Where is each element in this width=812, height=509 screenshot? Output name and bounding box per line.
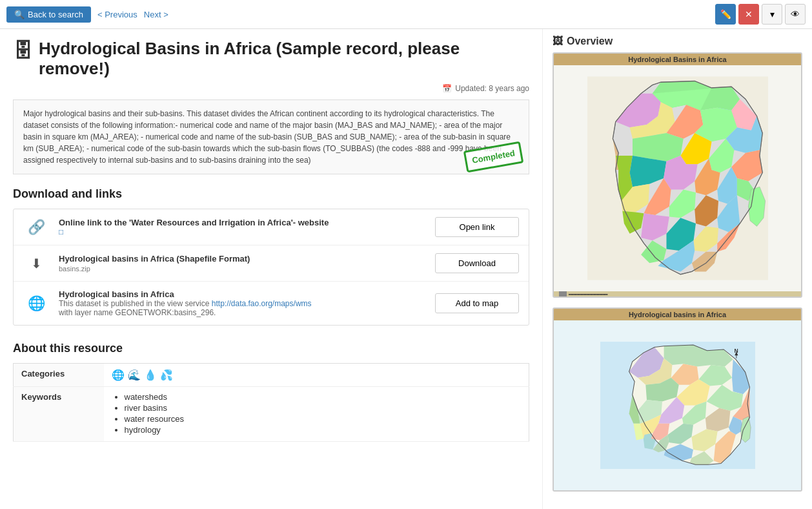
shapefile-title: Hydrological basins in Africa (Shapefile…: [59, 254, 425, 264]
wms-title: Hydrological basins in Africa: [59, 289, 425, 299]
categories-icons-cell: 🌐 🌊 💧 💦: [104, 364, 529, 387]
category-icon-1: 🌐: [112, 369, 125, 381]
map-thumbnail-2: Hydrological basins in Africa: [553, 307, 802, 492]
category-icons: 🌐 🌊 💧 💦: [112, 369, 522, 381]
link-title: Online link to the 'Water Resources and …: [59, 218, 425, 227]
updated-text: Updated: 8 years ago: [455, 84, 529, 93]
categories-row: Categories 🌐 🌊 💧 💦: [14, 364, 529, 387]
open-link-button[interactable]: Open link: [435, 217, 519, 237]
record-title: Hydrological Basins in Africa (Sample re…: [39, 39, 529, 79]
link-info: Online link to the 'Water Resources and …: [59, 218, 425, 236]
overview-label: Overview: [567, 36, 613, 47]
wms-link[interactable]: http://data.fao.org/maps/wms: [212, 299, 312, 308]
open-link-action: Open link: [435, 217, 519, 237]
right-panel: 🖼 Overview Hydrological Basins in Africa: [542, 29, 812, 509]
page-title: 🗄 Hydrological Basins in Africa (Sample …: [13, 39, 529, 79]
back-to-search-button[interactable]: 🔍 Back to search: [6, 6, 91, 23]
globe-icon: 🌐: [23, 295, 49, 312]
view-button[interactable]: 👁: [785, 4, 806, 25]
next-link[interactable]: Next >: [144, 10, 168, 19]
download-row-link: 🔗 Online link to the 'Water Resources an…: [14, 209, 529, 245]
keyword-3: water resources: [125, 414, 522, 424]
database-icon: 🗄: [13, 40, 32, 62]
delete-button[interactable]: ✕: [738, 4, 759, 25]
topbar-actions: ✏️ ✕ ▾ 👁: [715, 4, 806, 25]
keyword-2: river basins: [125, 403, 522, 413]
download-icon: ⬇: [23, 256, 49, 271]
back-label: Back to search: [28, 10, 83, 19]
main-layout: 🗄 Hydrological Basins in Africa (Sample …: [0, 29, 812, 509]
download-table: 🔗 Online link to the 'Water Resources an…: [13, 209, 529, 326]
add-to-map-action: Add to map: [435, 293, 519, 313]
wms-layer-text: with layer name GEONETWORK:basins_296.: [59, 308, 216, 317]
description-box: Major hydrological basins and their sub-…: [13, 99, 529, 174]
keyword-1: watersheds: [125, 392, 522, 402]
updated-line: 📅 Updated: 8 years ago: [13, 84, 529, 93]
map2-title-bar: Hydrological basins in Africa: [554, 309, 801, 320]
add-to-map-button[interactable]: Add to map: [435, 293, 519, 313]
shapefile-info: Hydrological basins in Africa (Shapefile…: [59, 254, 425, 273]
description-text: Major hydrological basins and their sub-…: [23, 109, 511, 165]
download-button[interactable]: Download: [435, 253, 519, 273]
keyword-4: hydrology: [125, 425, 522, 435]
download-section-title: Download and links: [13, 187, 529, 201]
left-panel: 🗄 Hydrological Basins in Africa (Sample …: [0, 29, 542, 509]
keywords-cell: watersheds river basins water resources …: [104, 387, 529, 442]
topbar: 🔍 Back to search < Previous Next > ✏️ ✕ …: [0, 0, 812, 29]
edit-button[interactable]: ✏️: [715, 4, 736, 25]
categories-label: Categories: [14, 364, 104, 387]
keywords-label: Keywords: [14, 387, 104, 442]
about-table: Categories 🌐 🌊 💧 💦 Keywords watersheds r…: [13, 363, 529, 442]
previous-link[interactable]: < Previous: [97, 10, 137, 19]
africa-basins-map-2: N: [600, 336, 755, 475]
keywords-row: Keywords watersheds river basins water r…: [14, 387, 529, 442]
map-thumbnail-1: Hydrological Basins in Africa: [553, 52, 802, 298]
image-icon: 🖼: [553, 36, 563, 47]
shapefile-sub: basins.zip: [59, 265, 425, 273]
category-icon-2: 🌊: [128, 369, 141, 381]
dropdown-button[interactable]: ▾: [762, 4, 782, 25]
search-icon: 🔍: [14, 10, 25, 19]
keywords-list: watersheds river basins water resources …: [112, 392, 522, 435]
download-row-shapefile: ⬇ Hydrological basins in Africa (Shapefi…: [14, 245, 529, 282]
link-indicator: □: [59, 227, 425, 236]
category-icon-4: 💦: [160, 369, 173, 381]
wms-description: This dataset is published in the view se…: [59, 299, 209, 308]
overview-title: 🖼 Overview: [553, 36, 802, 47]
wms-text: This dataset is published in the view se…: [59, 299, 425, 317]
download-action: Download: [435, 253, 519, 273]
africa-basins-map: [587, 68, 768, 288]
calendar-icon: 📅: [442, 84, 452, 93]
wms-info: Hydrological basins in Africa This datas…: [59, 289, 425, 317]
about-section-title: About this resource: [13, 342, 529, 355]
download-row-wms: 🌐 Hydrological basins in Africa This dat…: [14, 282, 529, 325]
map1-title-bar: Hydrological Basins in Africa: [554, 54, 801, 65]
map1-legend: ━━━━━━━━━━━━: [554, 291, 801, 298]
link-icon: 🔗: [23, 219, 49, 236]
category-icon-3: 💧: [144, 369, 157, 381]
